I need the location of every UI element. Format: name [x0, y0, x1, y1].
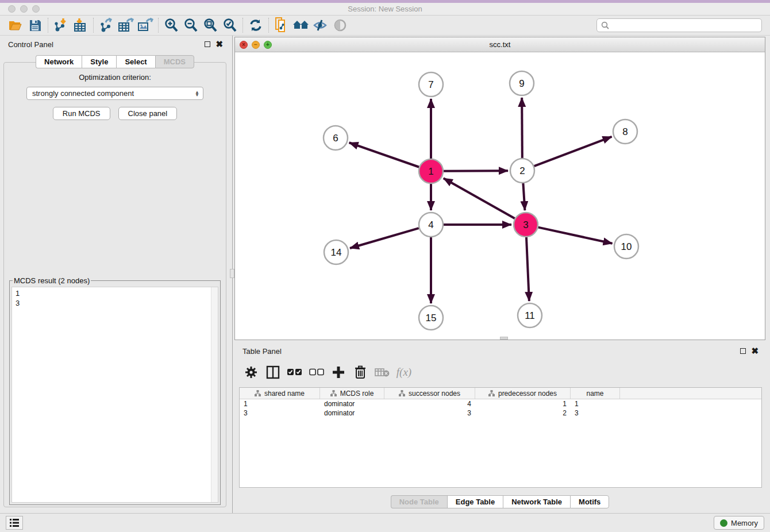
graph-node-label-2: 2 [519, 165, 525, 176]
mcds-result-area[interactable]: 1 3 [11, 287, 218, 503]
deselect-all-columns-button[interactable] [308, 364, 325, 381]
task-history-button[interactable] [6, 516, 23, 530]
column-header-shared-name[interactable]: shared name [240, 388, 320, 399]
column-header-MCDS-role[interactable]: MCDS role [320, 388, 384, 399]
close-panel-icon[interactable]: ✖ [215, 41, 223, 47]
zoom-selected-button[interactable] [220, 17, 240, 34]
graph-node-label-10: 10 [621, 241, 632, 252]
export-table-button[interactable] [116, 17, 136, 34]
graph-edge-3-11[interactable] [526, 237, 529, 301]
table-cell[interactable]: 1 [571, 399, 620, 408]
table-row[interactable]: 3dominator323 [240, 408, 761, 418]
import-table-button[interactable] [71, 17, 90, 34]
graph-edge-2-3[interactable] [523, 183, 525, 210]
result-scrollbar[interactable] [211, 287, 218, 502]
tab-select[interactable]: Select [116, 55, 155, 68]
eye-slash-icon [313, 19, 328, 32]
table-cell[interactable]: 3 [240, 408, 320, 418]
tab-motifs[interactable]: Motifs [570, 495, 609, 508]
graph-edge-3-1[interactable] [444, 178, 515, 218]
graph-edge-1-6[interactable] [349, 142, 419, 167]
table-cell[interactable]: 3 [384, 408, 475, 418]
graph-node-label-6: 6 [333, 133, 338, 144]
network-window-titlebar[interactable]: × − + scc.txt [235, 37, 765, 52]
column-type-icon [399, 390, 405, 396]
run-mcds-button[interactable]: Run MCDS [53, 107, 110, 120]
toolbar-separator [48, 18, 48, 33]
import-network-button[interactable] [51, 17, 71, 34]
table-cell[interactable]: dominator [320, 408, 384, 418]
hide-panel-button[interactable] [311, 17, 330, 34]
table-row[interactable]: 1dominator411 [240, 399, 761, 408]
graph-edge-1-2[interactable] [444, 171, 508, 171]
delete-table-icon [375, 367, 390, 377]
export-image-icon [137, 18, 153, 33]
show-column-button[interactable] [264, 364, 282, 381]
create-column-button[interactable] [330, 364, 347, 381]
node-table[interactable]: shared nameMCDS rolesuccessor nodesprede… [239, 387, 762, 488]
table-settings-button[interactable] [242, 364, 260, 381]
zoom-fit-icon [203, 18, 218, 33]
zoom-out-button[interactable] [181, 17, 201, 34]
tab-network-table[interactable]: Network Table [503, 495, 570, 508]
control-panel-title: Control Panel [8, 40, 53, 49]
refresh-button[interactable] [246, 17, 265, 34]
graph-edge-2-8[interactable] [534, 137, 612, 166]
graph-edge-2-9[interactable] [522, 98, 522, 158]
table-cell[interactable]: 1 [240, 399, 320, 408]
graph-edge-4-14[interactable] [350, 228, 419, 248]
canvas-resize-grip[interactable] [500, 337, 508, 340]
table-cell[interactable]: 1 [475, 399, 571, 408]
tab-mcds[interactable]: MCDS [155, 55, 194, 68]
tab-style[interactable]: Style [82, 55, 116, 68]
table-cell[interactable]: 4 [384, 399, 475, 408]
column-header-predecessor-nodes[interactable]: predecessor nodes [475, 388, 571, 399]
network-view-window: × − + scc.txt 1234678910111415 [234, 37, 765, 340]
graph-node-label-7: 7 [428, 79, 433, 90]
table-toolbar: f(x) [238, 360, 762, 385]
search-input[interactable] [610, 21, 758, 29]
table-cell[interactable]: 2 [475, 408, 571, 418]
graph-edge-3-10[interactable] [538, 228, 612, 244]
table-cell[interactable]: 3 [571, 408, 620, 418]
tab-network[interactable]: Network [36, 55, 82, 68]
show-panel-button[interactable] [330, 17, 350, 34]
float-panel-icon[interactable] [205, 41, 210, 47]
close-table-panel-icon[interactable]: ✖ [751, 348, 759, 354]
export-image-button[interactable] [136, 17, 155, 34]
column-label: successor nodes [409, 390, 460, 398]
save-session-button[interactable] [25, 17, 45, 34]
tab-edge-table[interactable]: Edge Table [447, 495, 503, 508]
clone-network-view-button[interactable] [272, 17, 291, 34]
mcds-result-text: 1 3 [12, 287, 218, 309]
column-header-name[interactable]: name [571, 388, 620, 399]
reset-layout-button[interactable] [291, 17, 311, 34]
open-session-button[interactable] [6, 17, 25, 34]
select-all-columns-button[interactable] [286, 364, 303, 381]
column-header-successor-nodes[interactable]: successor nodes [384, 388, 475, 399]
control-panel: Control Panel ✖ NetworkStyleSelectMCDS O… [0, 36, 230, 513]
import-network-icon [53, 18, 68, 33]
export-network-button[interactable] [97, 17, 116, 34]
delete-column-button[interactable] [352, 364, 369, 381]
column-type-icon [330, 390, 337, 396]
table-cell[interactable]: dominator [320, 399, 384, 408]
splitter-handle[interactable] [230, 269, 234, 278]
zoom-fit-button[interactable] [201, 17, 220, 34]
memory-button[interactable]: Memory [714, 516, 764, 530]
tab-node-table[interactable]: Node Table [391, 495, 447, 508]
criterion-select[interactable]: strongly connected component ▲▼ [26, 87, 203, 100]
close-panel-button[interactable]: Close panel [118, 107, 178, 120]
toolbar-separator [268, 18, 269, 33]
float-table-panel-icon[interactable] [740, 348, 746, 354]
zoom-in-button[interactable] [161, 17, 181, 34]
graph-node-label-9: 9 [519, 78, 524, 89]
network-canvas[interactable]: 1234678910111415 [235, 52, 765, 340]
table-tabs: Node TableEdge TableNetwork TableMotifs [234, 495, 765, 508]
zoom-in-icon [164, 18, 179, 33]
mcds-result-group: MCDS result (2 nodes) 1 3 [9, 276, 221, 505]
graph-node-label-8: 8 [622, 126, 627, 137]
graph-node-label-4: 4 [428, 219, 433, 230]
search-field[interactable] [596, 18, 762, 32]
column-label: predecessor nodes [498, 390, 557, 398]
